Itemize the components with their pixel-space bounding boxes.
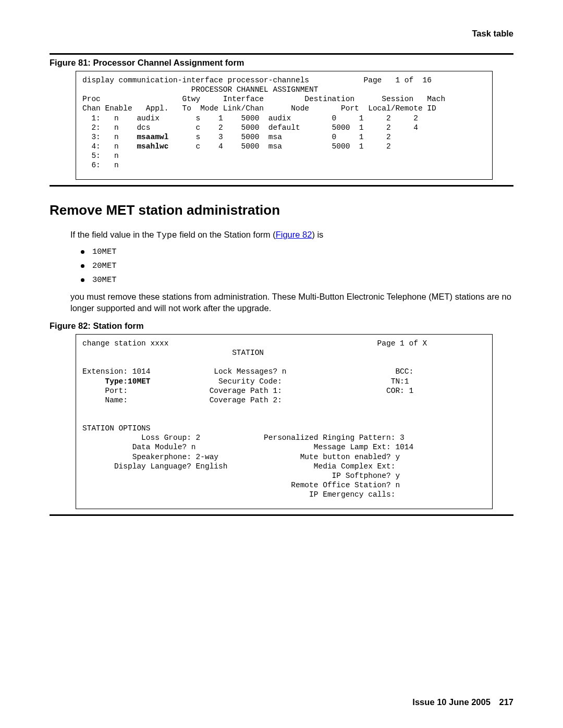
met-list: 10MET 20MET 30MET xyxy=(81,247,513,285)
footer-issue: Issue 10 June 2005 xyxy=(412,697,491,707)
section-heading: Remove MET station administration xyxy=(50,202,513,218)
figure-82-caption: Figure 82: Station form xyxy=(50,321,513,331)
header-right: Task table xyxy=(50,29,513,39)
figure-82: Figure 82: Station form change station x… xyxy=(50,321,513,509)
intro-code: Type xyxy=(156,230,177,240)
list-item: 30MET xyxy=(81,275,513,285)
figure-81-caption: Figure 81: Processor Channel Assignment … xyxy=(50,58,513,68)
mid-rule-1 xyxy=(50,185,513,187)
list-item: 20MET xyxy=(81,261,513,270)
intro-paragraph: If the field value in the Type field on … xyxy=(70,229,513,241)
top-rule xyxy=(50,53,513,55)
page: Task table Figure 81: Processor Channel … xyxy=(0,0,563,728)
bottom-rule xyxy=(50,514,513,516)
intro-text-a: If the field value in the xyxy=(70,230,156,239)
footer-page-number: 217 xyxy=(499,697,513,707)
paragraph-2: you must remove these stations from admi… xyxy=(70,291,513,314)
footer: Issue 10 June 2005 217 xyxy=(412,697,513,707)
figure-82-link[interactable]: Figure 82 xyxy=(276,230,312,239)
intro-text-c: ) is xyxy=(312,230,323,239)
intro-text-b: field on the Station form ( xyxy=(177,230,276,239)
list-item: 10MET xyxy=(81,247,513,256)
figure-81-terminal: display communication-interface processo… xyxy=(76,71,493,180)
figure-82-terminal: change station xxxx Page 1 of X STATION … xyxy=(76,334,493,509)
figure-81: Figure 81: Processor Channel Assignment … xyxy=(50,58,513,180)
